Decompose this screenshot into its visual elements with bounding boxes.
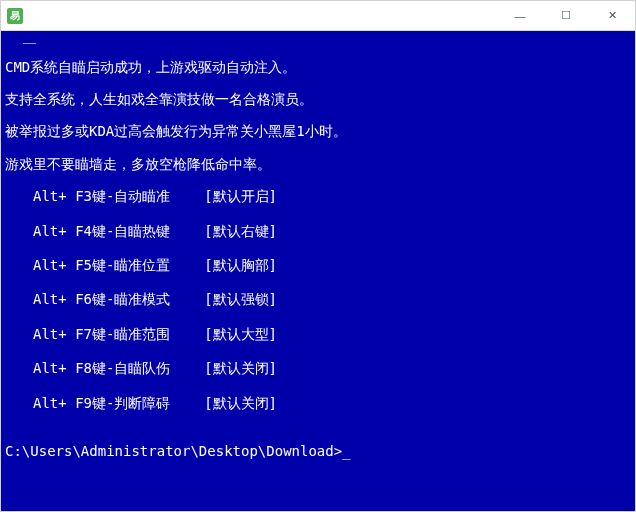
hotkey-line: Alt+ F4键-自瞄热键 [默认右键] <box>5 220 631 242</box>
hotkey-default: [默认大型] <box>204 326 277 342</box>
hotkey-line: Alt+ F7键-瞄准范围 [默认大型] <box>5 323 631 345</box>
hotkey-key: Alt+ F7键-瞄准范围 <box>33 326 170 342</box>
hotkey-key: Alt+ F4键-自瞄热键 <box>33 223 170 239</box>
hotkey-line: Alt+ F9键-判断障碍 [默认关闭] <box>5 392 631 414</box>
app-icon: 易 <box>7 8 23 24</box>
prompt-path: C:\Users\Administrator\Desktop\Download> <box>5 443 342 459</box>
console-top-marker: —— <box>5 33 631 56</box>
hotkey-default: [默认关闭] <box>204 395 277 411</box>
hotkey-line: Alt+ F3键-自动瞄准 [默认开启] <box>5 185 631 207</box>
hotkey-key: Alt+ F9键-判断障碍 <box>33 395 170 411</box>
cursor: _ <box>342 443 350 459</box>
hotkey-key: Alt+ F3键-自动瞄准 <box>33 188 170 204</box>
minimize-button[interactable]: — <box>497 1 543 30</box>
hotkey-line: Alt+ F5键-瞄准位置 [默认胸部] <box>5 254 631 276</box>
hotkey-key: Alt+ F6键-瞄准模式 <box>33 291 170 307</box>
hotkey-default: [默认开启] <box>204 188 277 204</box>
hotkey-default: [默认强锁] <box>204 291 277 307</box>
maximize-button[interactable]: ☐ <box>543 1 589 30</box>
hotkey-default: [默认胸部] <box>204 257 277 273</box>
console-text-line: 游戏里不要瞄墙走，多放空枪降低命中率。 <box>5 153 631 175</box>
console-prompt-line: C:\Users\Administrator\Desktop\Download>… <box>5 440 631 462</box>
app-window: 易 — ☐ ✕ —— CMD系统自瞄启动成功，上游戏驱动自动注入。 支持全系统，… <box>0 0 636 512</box>
hotkey-default: [默认关闭] <box>204 360 277 376</box>
console-text-line: CMD系统自瞄启动成功，上游戏驱动自动注入。 <box>5 56 631 78</box>
hotkey-line: Alt+ F6键-瞄准模式 [默认强锁] <box>5 288 631 310</box>
titlebar[interactable]: 易 — ☐ ✕ <box>1 1 635 31</box>
window-controls: — ☐ ✕ <box>497 1 635 30</box>
hotkey-default: [默认右键] <box>204 223 277 239</box>
hotkey-key: Alt+ F5键-瞄准位置 <box>33 257 170 273</box>
hotkey-line: Alt+ F8键-自瞄队伤 [默认关闭] <box>5 357 631 379</box>
hotkey-key: Alt+ F8键-自瞄队伤 <box>33 360 170 376</box>
console-text-line: 被举报过多或KDA过高会触发行为异常关小黑屋1小时。 <box>5 120 631 142</box>
close-button[interactable]: ✕ <box>589 1 635 30</box>
console-text-line: 支持全系统，人生如戏全靠演技做一名合格演员。 <box>5 88 631 110</box>
console-area[interactable]: —— CMD系统自瞄启动成功，上游戏驱动自动注入。 支持全系统，人生如戏全靠演技… <box>1 31 635 511</box>
